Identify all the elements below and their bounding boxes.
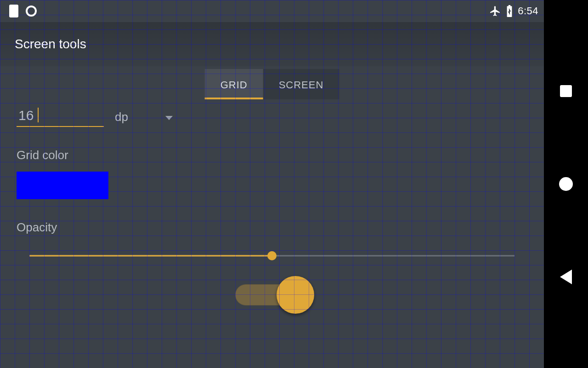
toggle-thumb[interactable] — [277, 276, 314, 314]
home-button[interactable] — [559, 177, 573, 191]
status-left — [6, 5, 37, 17]
triangle-left-icon — [560, 270, 572, 284]
back-button[interactable] — [559, 270, 573, 284]
square-icon — [560, 85, 572, 97]
slider-fill — [29, 255, 272, 257]
status-bar: 6:54 — [0, 0, 544, 22]
chevron-down-icon — [165, 110, 173, 124]
airplane-mode-icon — [489, 5, 501, 17]
tab-screen[interactable]: SCREEN — [263, 69, 339, 99]
page-title: Screen tools — [15, 37, 86, 52]
screen-surface: 6:54 Screen tools GRID SCREEN dp — [0, 0, 544, 368]
recent-apps-button[interactable] — [559, 84, 573, 98]
grid-size-input-wrap — [17, 107, 104, 127]
status-clock: 6:54 — [518, 5, 538, 17]
opacity-label: Opacity — [17, 220, 527, 235]
grid-unit-select[interactable]: dp — [115, 110, 173, 127]
grid-color-label: Grid color — [17, 148, 527, 162]
tab-bar: GRID SCREEN — [205, 69, 339, 99]
device-frame: 6:54 Screen tools GRID SCREEN dp — [0, 0, 588, 368]
tab-grid[interactable]: GRID — [205, 69, 263, 99]
status-ring-icon — [26, 6, 37, 17]
slider-thumb[interactable] — [267, 251, 277, 260]
grid-unit-value: dp — [115, 110, 128, 124]
grid-size-input[interactable] — [17, 107, 104, 127]
grid-size-row: dp — [17, 107, 527, 127]
grid-enabled-toggle[interactable] — [235, 280, 309, 307]
grid-settings-panel: dp Grid color Opacity — [0, 107, 544, 261]
opacity-slider[interactable] — [29, 250, 514, 261]
grid-color-swatch[interactable] — [17, 172, 108, 199]
system-nav-bar — [544, 0, 588, 368]
status-card-icon — [9, 5, 18, 17]
battery-charging-icon — [506, 5, 513, 17]
circle-icon — [559, 177, 573, 191]
app-bar: Screen tools — [0, 22, 544, 66]
status-right: 6:54 — [489, 5, 538, 17]
text-caret — [38, 108, 39, 122]
